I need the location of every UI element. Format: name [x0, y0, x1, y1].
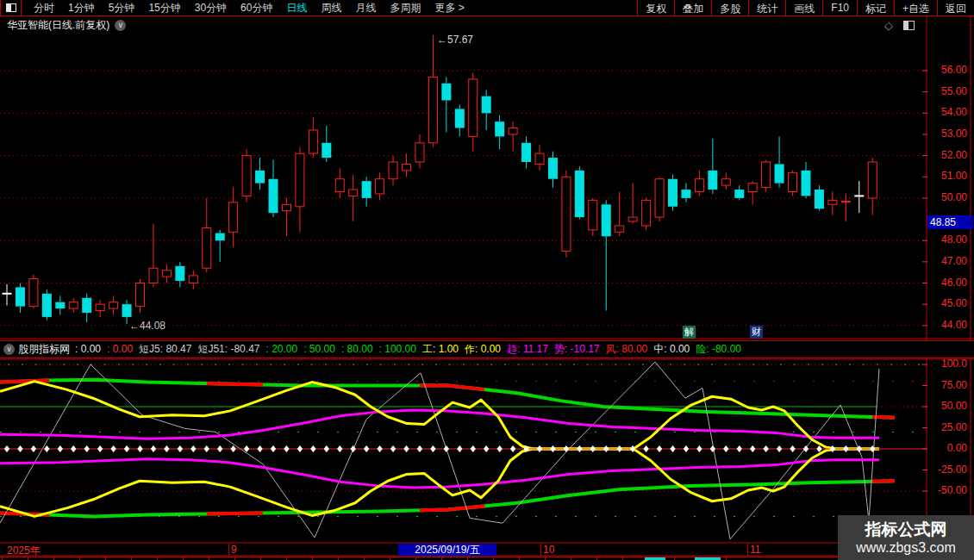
toolbar-button[interactable]: 返回 [937, 0, 974, 16]
indicator-value: 短J5: 80.47 [139, 343, 191, 355]
toolbar-button[interactable]: 多股 [711, 0, 748, 16]
chevron-down-icon[interactable]: ∨ [115, 20, 126, 31]
bottom-partial-row [0, 557, 974, 560]
price-axis-label: 53.00 [927, 128, 967, 140]
indicator-value: : 80.00 [341, 343, 373, 355]
axis-month-label: 9 [231, 544, 237, 556]
diamond-icon[interactable]: ◇ [884, 19, 893, 32]
period-tab[interactable]: 日线 [279, 1, 314, 16]
axis-month-label: 11 [750, 544, 760, 556]
indicator-value: 风: 80.00 [606, 343, 648, 355]
indicator-axis-label: -25.00 [927, 464, 967, 476]
indicator-value: 中: 0.00 [653, 343, 690, 355]
period-tab[interactable]: 30分钟 [188, 1, 234, 16]
period-tab[interactable]: 周线 [314, 1, 348, 16]
axis-month-divider [540, 544, 541, 556]
indicator-value: : 100.00 [379, 343, 416, 355]
price-axis-label: 51.00 [927, 170, 967, 182]
toolbar-button[interactable]: 叠加 [674, 0, 711, 16]
title-bar: 华亚智能(日线.前复权) ∨ ◇ [0, 17, 927, 33]
price-axis-label: 55.00 [927, 85, 967, 97]
indicator-value: 短J51: -80.47 [197, 343, 259, 355]
signal-badge-jie[interactable]: 解 [683, 326, 696, 339]
layout-icon[interactable] [903, 21, 915, 30]
watermark-url: www.zbgs3.com [856, 539, 956, 556]
price-axis-label: 50.00 [927, 191, 967, 203]
toolbar-button[interactable]: 画线 [785, 0, 822, 16]
chevron-down-icon[interactable]: ∨ [3, 344, 15, 355]
top-toolbar: 分时1分钟5分钟15分钟30分钟60分钟日线周线月线多周期更多 > 复权叠加多股… [0, 0, 974, 16]
indicator-axis-label: -50.00 [927, 484, 967, 496]
price-axis-label: 52.00 [927, 149, 967, 161]
indicator-axis-label: 75.00 [927, 379, 967, 391]
window-split-icon[interactable] [0, 0, 22, 16]
price-axis-label: 48.00 [927, 233, 967, 246]
period-tab[interactable]: 1分钟 [61, 1, 102, 16]
indicator-name[interactable]: 股朋指标网 [18, 342, 70, 357]
high-price-annotation: ←57.67 [437, 34, 473, 46]
indicator-value: 作: 0.00 [465, 343, 501, 355]
price-axis-label: 56.00 [927, 64, 967, 76]
cursor-date-badge: 2025/09/19/五 [398, 544, 496, 556]
indicator-value: : 50.00 [303, 343, 335, 355]
price-axis-label: 45.00 [927, 297, 967, 309]
toolbar-actions: 复权叠加多股统计画线F10标记+自选返回 [637, 0, 974, 16]
price-axis-label: 47.00 [927, 255, 967, 267]
indicator-axis-label: 0.00 [927, 442, 967, 454]
indicator-value: : 0.00 [107, 343, 133, 355]
indicator-axis-label: 25.00 [927, 421, 967, 433]
period-tab[interactable]: 月线 [348, 1, 383, 16]
period-tabs: 分时1分钟5分钟15分钟30分钟60分钟日线周线月线多周期更多 > [22, 0, 637, 16]
axis-month-divider [747, 544, 748, 556]
low-price-annotation: ←44.08 [129, 320, 165, 332]
price-axis-label: 54.00 [927, 106, 967, 118]
price-axis-label: 46.00 [927, 277, 967, 289]
watermark-title: 指标公式网 [865, 520, 947, 539]
indicator-header: ∨ 股朋指标网 : 0.00: 0.00短J5: 80.47短J51: -80.… [0, 340, 974, 358]
time-axis[interactable]: 2025年 91011 2025/09/19/五 [0, 544, 974, 556]
toolbar-button[interactable]: +自选 [894, 0, 937, 16]
axis-month-label: 10 [543, 544, 554, 556]
indicator-value: : 0.00 [75, 343, 101, 355]
indicator-value: 势: -10.17 [554, 343, 600, 355]
indicator-value: : 20.00 [265, 343, 297, 355]
toolbar-button[interactable]: 标记 [857, 0, 894, 16]
axis-month-divider [228, 544, 229, 556]
period-tab[interactable]: 更多 > [428, 1, 471, 16]
watermark: 指标公式网 www.zbgs3.com [838, 515, 974, 560]
indicator-value: 工: 1.00 [422, 343, 459, 355]
indicator-axis-label: 50.00 [927, 400, 967, 412]
indicator-axis-label: 100.0 [927, 358, 967, 370]
toolbar-button[interactable]: F10 [822, 0, 857, 16]
toolbar-button[interactable]: 复权 [637, 0, 674, 16]
indicator-value: 险: -80.00 [696, 343, 741, 355]
period-tab[interactable]: 15分钟 [141, 1, 187, 16]
indicator-value: 趋: 11.17 [507, 343, 548, 355]
toolbar-button[interactable]: 统计 [748, 0, 785, 16]
price-axis-label: 44.00 [927, 319, 967, 331]
indicator-values: : 0.00: 0.00短J5: 80.47短J51: -80.47: 20.0… [75, 342, 747, 357]
period-tab[interactable]: 60分钟 [234, 1, 279, 16]
period-tab[interactable]: 5分钟 [102, 1, 142, 16]
candlestick-chart [0, 0, 974, 560]
signal-badge-cai[interactable]: 财 [750, 326, 763, 339]
period-tab[interactable]: 多周期 [383, 1, 428, 16]
last-price-badge: 48.85 [927, 215, 973, 229]
page-title: 华亚智能(日线.前复权) [0, 18, 109, 33]
app-window: 分时1分钟5分钟15分钟30分钟60分钟日线周线月线多周期更多 > 复权叠加多股… [0, 0, 974, 560]
period-tab[interactable]: 分时 [27, 1, 61, 16]
